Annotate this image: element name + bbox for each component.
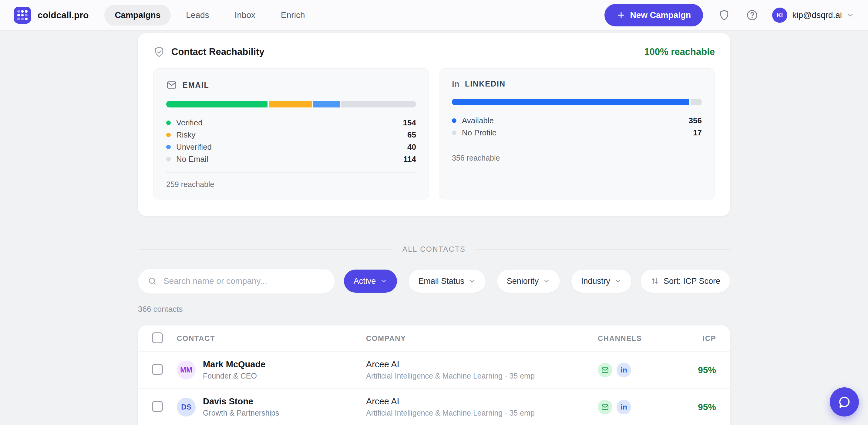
legend-row-unverified: Unverified40 <box>166 141 416 153</box>
help-icon[interactable] <box>745 8 759 22</box>
legend-value: 154 <box>403 118 416 128</box>
legend-dot-icon <box>166 120 171 125</box>
email-channel-icon <box>598 400 612 414</box>
email-reachability-bar <box>166 101 416 108</box>
sort-button[interactable]: Sort: ICP Score <box>641 270 730 293</box>
legend-value: 65 <box>407 130 416 140</box>
contact-row[interactable]: DSDavis StoneGrowth & PartnershipsArcee … <box>138 389 730 425</box>
company-meta: Artificial Intelligence & Machine Learni… <box>366 372 598 380</box>
contact-reachability-card: Contact Reachability 100% reachable EMAI… <box>138 33 730 216</box>
company-name: Arcee AI <box>366 396 598 406</box>
nav-item-inbox[interactable]: Inbox <box>224 5 266 26</box>
contact-row[interactable]: MMMark McQuadeFounder & CEOArcee AIArtif… <box>138 351 730 389</box>
linkedin-channel-icon: in <box>617 363 631 377</box>
legend-dot-icon <box>452 131 457 135</box>
select-all-checkbox[interactable] <box>152 333 163 343</box>
legend-label: No Email <box>176 154 208 164</box>
company-meta: Artificial Intelligence & Machine Learni… <box>366 408 598 418</box>
legend-dot-icon <box>166 145 171 149</box>
filter-bar: ActiveEmail StatusSeniorityIndustry Sort… <box>138 268 730 293</box>
legend-row-no-profile: No Profile17 <box>452 126 702 139</box>
chevron-down-icon <box>615 278 622 285</box>
filter-pills: ActiveEmail StatusSeniorityIndustry <box>344 270 631 293</box>
app-logo-icon[interactable] <box>14 7 31 24</box>
contact-role: Founder & CEO <box>203 372 266 380</box>
legend-value: 17 <box>693 128 702 138</box>
linkedin-channel-icon: in <box>617 400 631 414</box>
nav-items: CampaignsLeadsInboxEnrich <box>104 5 315 26</box>
bar-segment-unverified <box>313 101 340 108</box>
linkedin-reachable-total: 356 reachable <box>452 146 702 171</box>
new-campaign-label: New Campaign <box>630 10 691 20</box>
filter-label: Industry <box>581 277 610 286</box>
legend-label: Verified <box>176 118 203 128</box>
filter-active[interactable]: Active <box>344 270 397 293</box>
contact-role: Growth & Partnerships <box>203 408 279 418</box>
legend-label: Unverified <box>176 142 212 152</box>
linkedin-channel: in LINKEDIN Available356No Profile17 356… <box>439 68 715 199</box>
contact-count: 366 contacts <box>138 305 730 314</box>
table-header: CONTACT COMPANY CHANNELS ICP <box>138 325 730 351</box>
filter-seniority[interactable]: Seniority <box>497 270 560 293</box>
all-contacts-divider: ALL CONTACTS <box>138 245 730 254</box>
user-avatar: KI <box>772 7 787 23</box>
bar-segment-no-email <box>341 101 416 108</box>
user-email: kip@dsqrd.ai <box>792 10 842 20</box>
nav-item-leads[interactable]: Leads <box>176 5 219 26</box>
search-box <box>138 268 335 293</box>
column-header-company: COMPANY <box>366 334 598 343</box>
row-checkbox[interactable] <box>152 401 163 412</box>
contacts-table: CONTACT COMPANY CHANNELS ICP MMMark McQu… <box>138 325 730 425</box>
icp-score: 95% <box>668 402 716 412</box>
linkedin-icon: in <box>452 80 460 88</box>
nav-item-enrich[interactable]: Enrich <box>271 5 315 26</box>
user-menu[interactable]: KI kip@dsqrd.ai <box>772 7 854 23</box>
legend-row-verified: Verified154 <box>166 117 416 129</box>
filter-label: Active <box>353 277 376 286</box>
search-icon <box>148 277 157 286</box>
brand-name: coldcall.pro <box>38 10 89 20</box>
legend-row-available: Available356 <box>452 114 702 126</box>
chevron-down-icon <box>380 278 387 285</box>
legend-dot-icon <box>166 133 171 137</box>
nav-item-campaigns[interactable]: Campaigns <box>104 5 171 26</box>
email-channel-icon <box>598 363 612 377</box>
company-name: Arcee AI <box>366 360 598 369</box>
envelope-icon <box>166 80 177 90</box>
legend-label: Available <box>462 116 494 125</box>
filter-email-status[interactable]: Email Status <box>408 270 486 293</box>
column-header-icp: ICP <box>668 334 716 343</box>
filter-industry[interactable]: Industry <box>571 270 631 293</box>
new-campaign-button[interactable]: New Campaign <box>604 4 703 26</box>
channels-cell: in <box>598 400 668 414</box>
legend-row-risky: Risky65 <box>166 129 416 141</box>
legend-value: 40 <box>407 142 416 152</box>
icp-score: 95% <box>668 365 716 375</box>
legend-dot-icon <box>166 157 171 162</box>
legend-dot-icon <box>452 118 457 123</box>
avatar: MM <box>177 361 196 379</box>
legend-value: 356 <box>689 116 702 125</box>
sort-label: Sort: ICP Score <box>663 277 720 286</box>
email-channel-title: EMAIL <box>183 81 209 90</box>
search-input[interactable] <box>163 276 325 286</box>
legend-label: No Profile <box>462 128 496 138</box>
legend-value: 114 <box>403 154 416 164</box>
shield-check-icon <box>153 46 165 58</box>
shield-icon[interactable] <box>718 8 731 22</box>
bar-segment-risky <box>269 101 312 108</box>
email-legend: Verified154Risky65Unverified40No Email11… <box>166 117 416 165</box>
row-checkbox[interactable] <box>152 364 163 375</box>
section-label: ALL CONTACTS <box>402 245 466 254</box>
column-header-channels: CHANNELS <box>598 334 668 343</box>
legend-row-no-email: No Email114 <box>166 153 416 165</box>
chat-fab-button[interactable] <box>830 387 859 417</box>
bar-segment-available <box>452 98 689 105</box>
channels-cell: in <box>598 363 668 377</box>
email-channel: EMAIL Verified154Risky65Unverified40No E… <box>153 68 429 199</box>
overall-reachability-badge: 100% reachable <box>644 47 715 57</box>
filter-label: Seniority <box>507 277 539 286</box>
chat-bubble-icon <box>837 395 851 409</box>
legend-label: Risky <box>176 130 196 140</box>
top-nav: coldcall.pro CampaignsLeadsInboxEnrich N… <box>0 0 868 31</box>
